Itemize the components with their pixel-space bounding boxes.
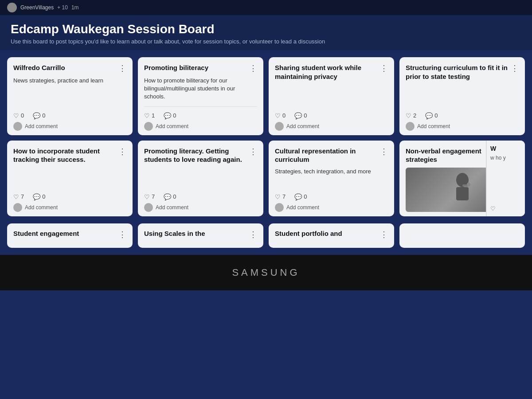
- card-menu-button[interactable]: ⋮: [246, 63, 257, 73]
- add-comment[interactable]: Add comment: [144, 122, 257, 131]
- comment-count: 0: [173, 193, 176, 200]
- add-comment-label: Add comment: [156, 123, 188, 129]
- card-stats: ♡ 1 💬 0: [144, 112, 257, 119]
- card-menu-button[interactable]: ⋮: [246, 147, 257, 156]
- card-sharing: Sharing student work while maintaining p…: [269, 57, 394, 135]
- card-title: Promoting literacy. Getting students to …: [144, 147, 246, 164]
- like-count: 0: [21, 112, 24, 119]
- card-menu-button[interactable]: ⋮: [377, 63, 388, 73]
- comment-icon: 💬: [33, 112, 40, 119]
- card-footer: ♡ 1 💬 0 Add comment: [144, 112, 257, 131]
- comment-icon: 💬: [164, 193, 171, 200]
- card-divider: [144, 106, 257, 107]
- partial-card-portfolio: Student portfolio and ⋮: [269, 223, 394, 248]
- add-comment[interactable]: Add comment: [144, 203, 257, 212]
- partial-title: Using Scales in the: [144, 230, 205, 237]
- like-stat: ♡ 0: [275, 112, 286, 119]
- card-stats: ♡ 0 💬 0: [13, 112, 126, 119]
- comment-count: 0: [434, 112, 438, 119]
- comment-icon: 💬: [164, 112, 171, 119]
- add-comment-label: Add comment: [417, 123, 450, 129]
- partial-card-engagement: Student engagement ⋮: [7, 223, 133, 248]
- card-menu-button[interactable]: ⋮: [116, 230, 126, 239]
- commenter-avatar: [144, 122, 153, 131]
- heart-icon: ♡: [13, 193, 19, 200]
- like-stat: ♡ 7: [13, 193, 24, 200]
- heart-icon: ♡: [275, 193, 281, 200]
- card-footer: ♡ 7 💬 0 Add comment: [275, 193, 388, 212]
- samsung-logo: SAMSUNG: [232, 267, 300, 278]
- comment-icon: 💬: [294, 112, 302, 119]
- add-comment[interactable]: Add comment: [275, 122, 388, 131]
- heart-icon: ♡: [406, 112, 411, 119]
- heart-icon: ♡: [144, 193, 150, 200]
- card-footer: ♡ 7 💬 0 Add comment: [144, 193, 257, 212]
- commenter-avatar: [13, 203, 22, 212]
- comment-stat: 💬 0: [425, 112, 438, 119]
- comment-count: 0: [304, 112, 307, 119]
- heart-icon: ♡: [275, 112, 281, 119]
- commenter-avatar: [275, 203, 284, 212]
- card-wilfredo: Wilfredo Carrillo ⋮ News strategies, pra…: [7, 57, 133, 135]
- card-title: How to incorporate student tracking thei…: [13, 147, 116, 164]
- card-header: Promoting literacy. Getting students to …: [144, 147, 257, 164]
- add-comment[interactable]: Add comment: [406, 122, 519, 131]
- partial-title: Student portfolio and: [275, 230, 342, 237]
- card-stats: ♡ 7 💬 0: [144, 193, 257, 200]
- card-body: How to promote biliteracy for our biling…: [144, 77, 257, 101]
- card-menu-button[interactable]: ⋮: [377, 230, 388, 239]
- board-grid: Wilfredo Carrillo ⋮ News strategies, pra…: [0, 50, 532, 223]
- card-title: Promoting biliteracy: [144, 63, 246, 72]
- card-menu-button[interactable]: ⋮: [116, 147, 126, 156]
- card-title: Cultural representation in curriculum: [275, 147, 377, 164]
- card-header: How to incorporate student tracking thei…: [13, 147, 126, 164]
- add-comment[interactable]: Add comment: [275, 203, 388, 212]
- partial-card-scales: Using Scales in the ⋮: [138, 223, 263, 248]
- heart-icon: ♡: [13, 112, 19, 119]
- overflow-body: w ho y: [490, 155, 522, 162]
- comment-stat: 💬 0: [164, 193, 176, 200]
- like-count: 7: [152, 193, 155, 200]
- page-title: Edcamp Waukegan Session Board: [11, 22, 521, 36]
- comment-stat: 💬 0: [164, 112, 176, 119]
- svg-rect-1: [456, 187, 469, 200]
- commenter-avatar: [406, 122, 415, 131]
- card-title: Sharing student work while maintaining p…: [275, 63, 377, 81]
- card-header: Promoting biliteracy ⋮: [144, 63, 257, 73]
- comment-count: 0: [42, 193, 45, 200]
- post-time: 1m: [71, 4, 79, 11]
- comment-stat: 💬 0: [294, 193, 307, 200]
- like-stat: ♡ 0: [13, 112, 24, 119]
- card-header: Sharing student work while maintaining p…: [275, 63, 388, 81]
- comment-count: 0: [173, 112, 176, 119]
- page-header: Edcamp Waukegan Session Board Use this b…: [0, 15, 532, 50]
- card-menu-button[interactable]: ⋮: [508, 63, 519, 73]
- commenter-avatar: [275, 122, 284, 131]
- commenter-avatar: [13, 122, 22, 131]
- like-stat: ♡ 7: [144, 193, 155, 200]
- card-footer: ♡ 2 💬 0 Add comment: [406, 112, 519, 131]
- comment-icon: 💬: [425, 112, 433, 119]
- card-literacy: Promoting literacy. Getting students to …: [138, 141, 263, 216]
- card-stats: ♡ 0 💬 0: [275, 112, 388, 119]
- like-count: 0: [282, 112, 286, 119]
- comment-stat: 💬 0: [33, 112, 45, 119]
- heart-icon: ♡: [144, 112, 150, 119]
- card-menu-button[interactable]: ⋮: [246, 230, 257, 239]
- card-menu-button[interactable]: ⋮: [377, 147, 388, 156]
- card-title: Structuring curriculum to fit it in prio…: [406, 63, 508, 81]
- card-biliteracy: Promoting biliteracy ⋮ How to promote bi…: [138, 57, 263, 135]
- like-count: 2: [413, 112, 416, 119]
- add-comment[interactable]: Add comment: [13, 122, 126, 131]
- card-menu-button[interactable]: ⋮: [116, 63, 126, 73]
- like-stat: ♡ 7: [275, 193, 286, 200]
- samsung-bar: SAMSUNG: [0, 255, 532, 290]
- overflow-title: W: [490, 145, 522, 152]
- add-comment[interactable]: Add comment: [13, 203, 126, 212]
- card-stats: ♡ 7 💬 0: [275, 193, 388, 200]
- like-count: 7: [21, 193, 24, 200]
- partial-title: Student engagement: [13, 230, 79, 237]
- card-stats: ♡ 7 💬 0: [13, 193, 126, 200]
- add-comment-label: Add comment: [25, 123, 58, 129]
- comment-icon: 💬: [33, 193, 40, 200]
